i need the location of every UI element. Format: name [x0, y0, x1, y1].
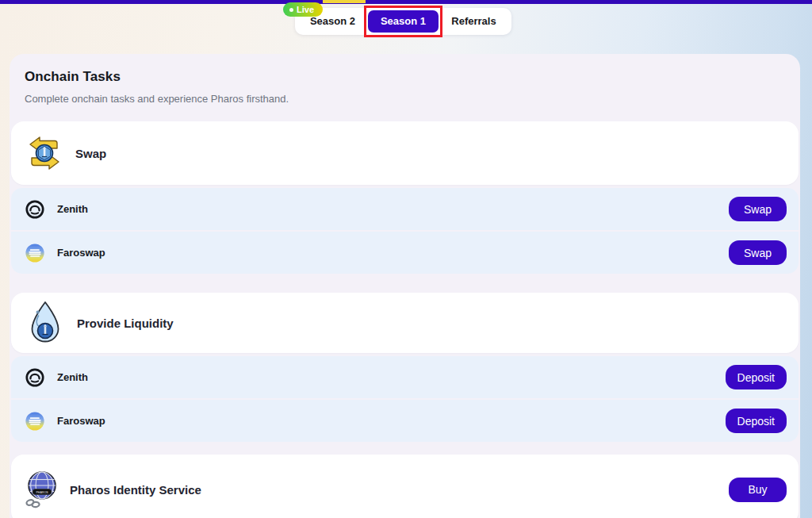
section-swap-rows: Zenith Swap	[11, 188, 799, 274]
deposit-button-zenith[interactable]: Deposit	[726, 365, 787, 389]
protocol-name: Zenith	[57, 203, 88, 215]
globe-icon: PHAROS	[24, 468, 59, 511]
zenith-icon	[25, 367, 45, 388]
panel-header: Onchain Tasks Complete onchain tasks and…	[11, 54, 799, 121]
task-row-faroswap: Faroswap Deposit	[11, 400, 799, 442]
zenith-icon	[25, 199, 45, 220]
top-loading-bar	[0, 0, 812, 4]
swap-cycle-icon	[27, 136, 62, 171]
loading-progress-segment	[323, 0, 366, 3]
buy-button[interactable]: Buy	[729, 478, 787, 502]
section-title: Pharos Identity Service	[70, 483, 201, 497]
section-title: Swap	[75, 147, 106, 160]
live-badge-label: Live	[297, 5, 314, 14]
globe-banner-text: PHAROS	[36, 491, 48, 494]
app-viewport: Live Season 2 Season 1 Referrals Onchain…	[0, 0, 812, 518]
protocol-name: Faroswap	[57, 247, 105, 259]
protocol-name: Zenith	[57, 371, 88, 383]
page-subtitle: Complete onchain tasks and experience Ph…	[25, 93, 785, 105]
task-row-zenith: Zenith Swap	[11, 188, 799, 230]
deposit-button-faroswap[interactable]: Deposit	[726, 409, 787, 433]
protocol-name: Faroswap	[57, 415, 105, 427]
onchain-tasks-panel: Onchain Tasks Complete onchain tasks and…	[10, 54, 800, 518]
section-provide-liquidity: Provide Liquidity Zenith Deposit	[11, 293, 799, 442]
water-drop-icon	[27, 300, 63, 346]
section-identity-service: PHAROS Pharos Identity Service Buy	[11, 455, 799, 518]
faroswap-icon	[25, 411, 45, 432]
season-tab-bar: Season 2 Season 1 Referrals	[295, 8, 511, 35]
page-title: Onchain Tasks	[25, 69, 785, 85]
task-row-zenith: Zenith Deposit	[11, 356, 799, 398]
faroswap-icon	[25, 243, 45, 263]
task-row-faroswap: Faroswap Swap	[11, 232, 799, 274]
section-swap: Swap Zenith Swap	[11, 121, 799, 274]
live-dot-icon	[289, 8, 293, 12]
tab-season-1[interactable]: Season 1	[368, 10, 439, 33]
section-liquidity-header: Provide Liquidity	[11, 293, 799, 353]
section-swap-header: Swap	[11, 121, 799, 185]
live-status-badge: Live	[283, 2, 323, 17]
tab-referrals[interactable]: Referrals	[439, 10, 509, 33]
section-identity-header: PHAROS Pharos Identity Service Buy	[11, 455, 799, 518]
swap-button-zenith[interactable]: Swap	[729, 197, 787, 221]
swap-button-faroswap[interactable]: Swap	[729, 240, 787, 265]
section-title: Provide Liquidity	[77, 317, 174, 330]
section-liquidity-rows: Zenith Deposit	[11, 356, 799, 442]
